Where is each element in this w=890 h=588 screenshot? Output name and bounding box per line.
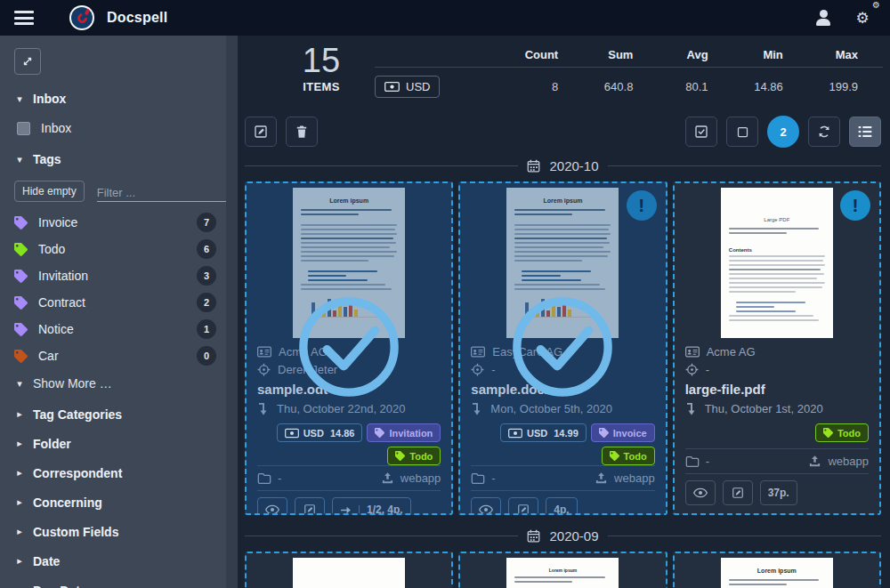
show-more-toggle[interactable]: ▾ Show More …: [14, 376, 216, 391]
selection-toolbar: 2: [245, 116, 881, 148]
preview-chart: [525, 296, 600, 318]
tag-icon: [610, 451, 619, 461]
tag-filter-item[interactable]: Contract 2: [14, 289, 216, 316]
currency-badge[interactable]: USD: [375, 76, 440, 98]
square-icon: [736, 125, 749, 139]
preview-paper: Lorem ipsum: [721, 558, 833, 588]
sidebar-section-tags[interactable]: ▾ Tags: [14, 152, 216, 166]
item-title[interactable]: sample.odt: [257, 382, 441, 397]
expand-sidebar-button[interactable]: [14, 48, 41, 75]
caret-right-icon: ▸: [14, 555, 25, 567]
menu-hamburger-icon[interactable]: [14, 11, 34, 25]
item-card[interactable]: Lorem ipsum: [673, 552, 881, 588]
inbox-checkbox[interactable]: [17, 122, 30, 135]
edit-item-button[interactable]: [295, 497, 325, 515]
item-card[interactable]: ! Lorem ipsum: [458, 181, 667, 515]
tag-icon: [14, 270, 28, 283]
user-account-icon[interactable]: [810, 4, 837, 31]
app-title: Docspell: [107, 10, 167, 26]
sidebar-section-collapsed[interactable]: ▸ Date: [14, 546, 216, 576]
stats-column-header: Count: [508, 48, 583, 61]
edit-selected-button[interactable]: [245, 117, 277, 147]
item-title[interactable]: large-file.pdf: [685, 382, 869, 397]
item-groups: 2020-10 Lorem ipsum: [243, 158, 883, 588]
tag-filter-input[interactable]: [97, 186, 238, 199]
folder-source-row: - webapp: [471, 465, 654, 490]
hide-empty-button[interactable]: Hide empty: [14, 181, 85, 202]
money-bill-icon: [384, 81, 400, 93]
sidebar-section-collapsed[interactable]: ▸ Correspondent: [14, 458, 216, 487]
folder-source-row: - webapp: [257, 465, 441, 490]
tag-badge[interactable]: Todo: [602, 447, 655, 465]
sidebar-section-collapsed[interactable]: ▸ Due Date: [14, 576, 216, 588]
preview-eye-button[interactable]: [257, 497, 287, 515]
search-sidebar: ▾ Inbox Inbox ▾ Tags Hide empty: [0, 36, 238, 588]
preview-eye-button[interactable]: [685, 480, 716, 505]
tag-filter-item[interactable]: Invitation 3: [14, 262, 216, 289]
tag-filter-item[interactable]: Invoice 7: [14, 209, 216, 236]
inbox-filter-item[interactable]: Inbox: [17, 121, 216, 135]
preview-paper: Lorem ipsum: [506, 188, 619, 338]
tag-icon: [14, 350, 28, 363]
tag-count-badge: 6: [197, 239, 216, 259]
tag-icon: [395, 451, 405, 461]
sidebar-section-collapsed[interactable]: ▸ Custom Fields: [14, 517, 216, 546]
deselect-all-button[interactable]: [726, 117, 758, 147]
pages-button[interactable]: 37p.: [760, 480, 797, 505]
pages-button[interactable]: 1/2, 4p.: [332, 497, 411, 515]
tag-count-badge: 3: [197, 266, 216, 286]
settings-gears-icon[interactable]: ⚙⚙: [849, 4, 876, 31]
tag-badge[interactable]: Invitation: [367, 423, 441, 442]
expand-arrows-icon: [21, 55, 34, 68]
tag-icon: [14, 216, 28, 230]
preview-eye-button[interactable]: [471, 497, 501, 515]
check-square-icon: [694, 125, 708, 139]
sidebar-section-collapsed[interactable]: ▸ Tag Categories: [14, 399, 216, 429]
preview-paper: Lorem ipsum: [506, 558, 619, 588]
preview-paper: Lorem ipsum: [293, 188, 405, 338]
sidebar-section-collapsed[interactable]: ▸ Concerning: [14, 487, 216, 517]
edit-item-button[interactable]: [508, 497, 538, 515]
card-row: Lorem ipsum: [245, 181, 881, 515]
stats-column-header: Max: [808, 48, 883, 61]
tag-icon: [14, 296, 28, 310]
item-date-row: Thu, October 22nd, 2020: [257, 399, 441, 417]
item-title[interactable]: sample.docx: [471, 382, 654, 397]
level-down-arrow-icon: [471, 402, 483, 415]
tag-filter-item[interactable]: Car 0: [14, 342, 216, 369]
sidebar-section-collapsed[interactable]: ▸ Folder: [14, 429, 216, 458]
concerning-row: Derek Jeter: [257, 360, 441, 378]
sidebar-scrollbar[interactable]: [226, 36, 238, 588]
upload-icon: [808, 455, 821, 468]
selected-count-badge: 2: [767, 116, 799, 148]
stats-column-header: Sum: [583, 48, 658, 61]
tag-badge[interactable]: Todo: [815, 423, 869, 442]
sidebar-section-inbox[interactable]: ▾ Inbox: [14, 92, 216, 106]
item-badges: USD 14.99: [471, 423, 654, 465]
pages-button[interactable]: 4p.: [546, 497, 577, 515]
folder-icon: [685, 455, 700, 468]
tag-filter-item[interactable]: Notice 1: [14, 316, 216, 342]
docspell-logo[interactable]: [69, 5, 94, 30]
item-card[interactable]: Keywords in PDF: [245, 552, 453, 588]
item-card[interactable]: Lorem ipsum: [245, 181, 453, 515]
concerning-row: -: [685, 360, 869, 378]
item-card[interactable]: Lorem ipsum: [458, 552, 667, 588]
select-all-button[interactable]: [685, 117, 717, 147]
id-card-icon: [471, 346, 485, 358]
stats-column-header: Min: [733, 48, 808, 61]
tag-badge[interactable]: Todo: [387, 447, 441, 465]
eye-icon: [265, 504, 279, 515]
edit-item-button[interactable]: [723, 480, 753, 505]
refresh-button[interactable]: [808, 117, 840, 147]
delete-selected-button[interactable]: [286, 117, 318, 147]
stats-value-row: USD 8 640.8 80.1 14.86 199.9: [375, 68, 883, 105]
tag-filter-item[interactable]: Todo 6: [14, 236, 216, 262]
item-group: 2020-09 Keywords in PDF: [243, 528, 883, 588]
money-bill-icon: [285, 428, 299, 439]
list-view-toggle-button[interactable]: [849, 117, 881, 147]
item-preview: Lorem ipsum: [675, 553, 879, 588]
item-card[interactable]: ! Large PDF Contents: [673, 181, 881, 515]
tag-badge[interactable]: Invoice: [591, 423, 655, 442]
item-date-row: Thu, October 1st, 2020: [685, 399, 869, 417]
